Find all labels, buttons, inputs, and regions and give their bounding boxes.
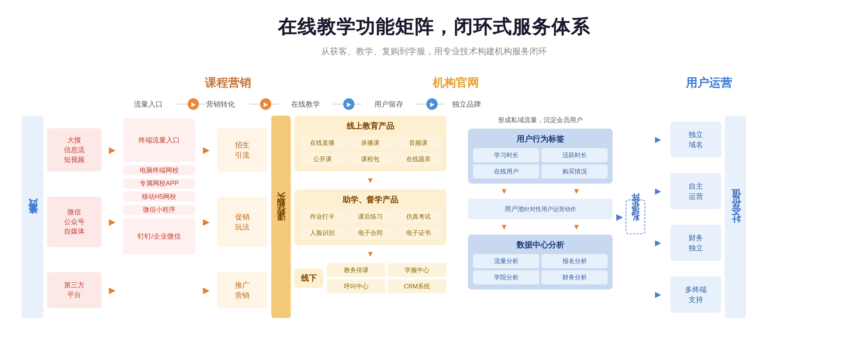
traffic-source-3: 第三方平台 [47, 272, 101, 308]
stage-brand: 独立品牌 [445, 99, 488, 109]
left-vertical-label: 流量入口 [22, 116, 43, 318]
study-item-6: 电子证书 [395, 226, 441, 240]
arr-to-private: ▶ [616, 212, 623, 222]
private-matrix-label: 私 域 矩 阵 [626, 199, 645, 234]
arr-brand-1: ▶ [649, 135, 667, 144]
offline-grid: 教务排课 学服中心 呼叫中心 CRM系统 [327, 263, 446, 293]
tag-2: 活跃时长 [541, 148, 608, 162]
brand-1: 独立域名 [671, 121, 721, 158]
platform-pc: 电脑终端网校 [123, 165, 195, 175]
traffic-source-1: 大搜信息流短视频 [47, 128, 101, 172]
platform-dingding: 钉钉/企业微信 [123, 218, 195, 254]
to-private-section: ▶ 私 域 矩 阵 [616, 116, 645, 318]
analysis-2: 报名分析 [541, 254, 608, 268]
down-arrows-row2: ▼ ▼ [468, 222, 613, 232]
brand-4: 多终端支持 [671, 276, 721, 313]
arr-brand-4: ▶ [649, 290, 667, 299]
down-arr-3: ▼ [500, 186, 508, 196]
edu-item-2: 录播课 [348, 136, 393, 150]
conv-promo: 促销玩法 [217, 197, 268, 247]
offline-item-3: 呼叫中心 [327, 279, 386, 293]
offline-item-2: 学服中心 [388, 263, 446, 277]
down-arr-2: ▼ [294, 249, 446, 259]
page-subtitle: 从获客、教学、复购到学服，用专业技术构建机构服务闭环 [22, 46, 846, 57]
to-conversion-arrows: ▶ ▶ ▶ [199, 116, 213, 318]
arrow-online: ▶ [343, 98, 354, 110]
online-edu-box: 线上教育产品 在线直播 录播课 音频课 公开课 课程包 在线题库 [294, 116, 446, 171]
offline-section: 线下 教务排课 学服中心 呼叫中心 CRM系统 [294, 263, 446, 293]
arr-brand-3: ▶ [649, 238, 667, 248]
analysis-1: 流量分析 [473, 254, 539, 268]
arr2: ▶ [105, 197, 119, 247]
stage-online: 在线教学 [278, 99, 333, 109]
brand-arrows: ▶ ▶ ▶ ▶ [649, 116, 667, 318]
platform-h5: 移动H5网校 [123, 192, 195, 202]
offline-item-1: 教务排课 [327, 263, 386, 277]
tag-4: 购买情况 [541, 164, 608, 179]
study-products-grid: 作业打卡 课后练习 仿真考试 人脸识别 电子合同 电子证书 [299, 210, 441, 240]
user-pool: 用户池针对性用户运营动作 [468, 199, 613, 219]
tag-3: 在线用户 [473, 164, 539, 179]
stage-traffic: 流量入口 [134, 99, 177, 109]
down-arr-4: ▼ [573, 186, 580, 196]
brand-2: 自主运营 [671, 173, 721, 209]
arr4: ▶ [199, 128, 213, 172]
flow-stages-row: 流量入口 ▶ 营销转化 ▶ 在线教学 ▶ 用户留存 ▶ [134, 98, 846, 110]
traffic-arrows: ▶ ▶ ▶ [105, 116, 119, 318]
study-products-box: 助学、督学产品 作业打卡 课后练习 仿真考试 人脸识别 电子合同 电子证书 [294, 189, 446, 245]
edu-item-3: 音频课 [395, 136, 441, 150]
online-edu-header: 线上教育产品 [299, 121, 441, 132]
arrow-conversion: ▶ [260, 98, 271, 110]
main-content: 流量入口 大搜信息流短视频 微信公众号自媒体 第三方平台 ▶ ▶ ▶ 终端流量入… [22, 116, 846, 318]
behavior-tag-box: 用户行为标签 学习时长 活跃时长 在线用户 购买情况 [468, 129, 613, 184]
tag-1: 学习时长 [473, 148, 539, 162]
arr-brand-2: ▶ [649, 186, 667, 196]
edu-item-6: 在线题库 [395, 152, 441, 166]
platform-list: 电脑终端网校 专属网校APP 移动H5网校 微信小程序 [123, 165, 195, 215]
conv-marketing: 推广营销 [217, 272, 268, 308]
offline-label: 线下 [294, 269, 323, 288]
stage-conversion: 营销转化 [206, 99, 250, 109]
edu-item-4: 公开课 [299, 152, 345, 166]
platform-app: 专属网校APP [123, 179, 195, 189]
down-arr-5: ▼ [500, 222, 508, 232]
social-value-label: 社 会 价 值 [725, 116, 746, 318]
category-user: 用户运营 [582, 75, 835, 91]
study-item-5: 电子合同 [348, 226, 393, 240]
to-retention-arrow [450, 116, 464, 318]
brand-boxes: 独立域名 自主运营 财务独立 多终端支持 [671, 116, 721, 318]
page-title: 在线教学功能矩阵，闭环式服务体系 [22, 14, 846, 40]
arr1: ▶ [105, 128, 119, 172]
page-container: 在线教学功能矩阵，闭环式服务体系 从获客、教学、复购到学服，用专业技术构建机构服… [0, 0, 868, 332]
online-education-section: 线上教育产品 在线直播 录播课 音频课 公开课 课程包 在线题库 ▼ 助学、督学… [294, 116, 446, 318]
data-analysis-box: 数据中心分析 流量分析 报名分析 学院分析 财务分析 [468, 235, 613, 289]
online-edu-grid: 在线直播 录播课 音频课 公开课 课程包 在线题库 [299, 136, 441, 166]
edu-item-1: 在线直播 [299, 136, 345, 150]
data-analysis-label: 数据中心分析 [473, 240, 608, 250]
arr3: ▶ [105, 272, 119, 308]
stage-retention: 用户留存 [362, 99, 416, 109]
edu-item-5: 课程包 [348, 152, 393, 166]
study-item-4: 人脸识别 [299, 226, 345, 240]
arr5: ▶ [199, 197, 213, 247]
traffic-source-2: 微信公众号自媒体 [47, 197, 101, 247]
conversion-methods: 招生引流 促销玩法 推广营销 [217, 116, 268, 318]
analysis-3: 学院分析 [473, 270, 539, 284]
category-marketing: 课程营销 [134, 75, 322, 91]
traffic-sources: 大搜信息流短视频 微信公众号自媒体 第三方平台 [47, 116, 101, 318]
study-item-3: 仿真考试 [395, 210, 441, 224]
down-arrows-row: ▼ ▼ [468, 186, 613, 196]
analysis-4: 财务分析 [541, 270, 608, 284]
study-item-1: 作业打卡 [299, 210, 345, 224]
category-headers: 课程营销 机构官网 用户运营 [134, 75, 846, 91]
course-purchase-label: 课 程 购 买 [271, 116, 291, 318]
retention-intro: 形成私域流量，沉淀会员用户 [468, 116, 613, 124]
brand-3: 财务独立 [671, 225, 721, 261]
down-arr-6: ▼ [573, 222, 580, 232]
data-analysis-grid: 流量分析 报名分析 学院分析 财务分析 [473, 254, 608, 284]
platforms-col: 终端流量入口 电脑终端网校 专属网校APP 移动H5网校 微信小程序 钉钉/企业… [123, 116, 195, 318]
category-website: 机构官网 [329, 75, 582, 91]
terminal-flow: 终端流量入口 [123, 119, 195, 162]
arrow-retention: ▶ [426, 98, 438, 110]
arr6: ▶ [199, 272, 213, 308]
